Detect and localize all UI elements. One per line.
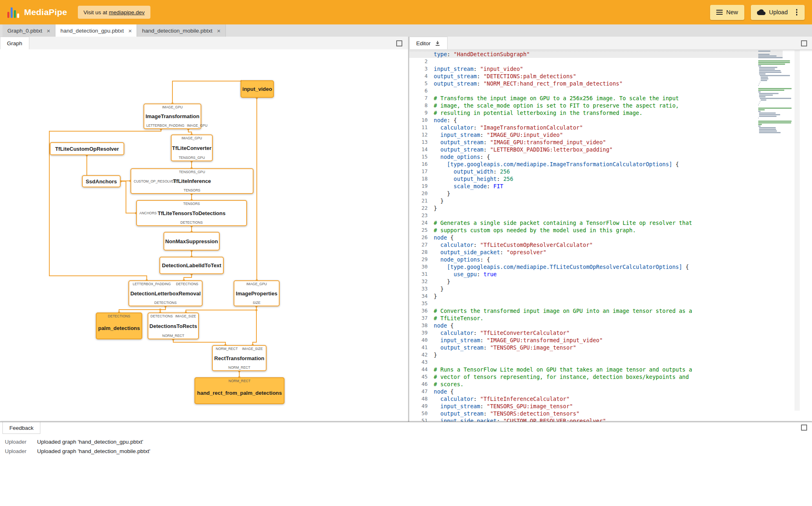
file-tab-hand-detection-mobile[interactable]: hand_detection_mobile.pbtxt × <box>137 24 225 37</box>
graph-panel-maximize-icon[interactable] <box>396 40 402 46</box>
brand-title: MediaPipe <box>24 7 67 17</box>
minimap-line <box>759 129 776 130</box>
close-icon[interactable]: × <box>47 28 51 34</box>
minimap-line <box>758 111 761 112</box>
minimap-line <box>758 124 762 125</box>
mediapipe-dev-link[interactable]: mediapipe.dev <box>109 9 145 15</box>
code-line: # image, the scale_mode option is set to… <box>434 102 758 109</box>
code-line: [type.googleapis.com/mediapipe.ImageTran… <box>434 161 758 168</box>
code-line <box>434 58 758 65</box>
file-tab-label: hand_detection_mobile.pbtxt <box>142 28 212 34</box>
tab-graph[interactable]: Graph <box>0 37 29 49</box>
port-label: IMAGE_GPU <box>187 123 207 128</box>
port-label: IMAGE_GPU <box>162 105 183 109</box>
graph-node-image-properties[interactable]: IMAGE_GPU ImageProperties SIZE <box>234 280 280 306</box>
graph-edge <box>184 274 192 280</box>
upload-button[interactable]: Upload <box>751 5 805 20</box>
minimap-line <box>758 85 759 86</box>
minimap-line <box>759 73 766 75</box>
port-label: TENSORS <box>183 188 200 192</box>
port-label: DETECTIONS <box>108 314 130 318</box>
graph-node-detections-to-rects[interactable]: DETECTIONS IMAGE_SIZE DetectionsToRects … <box>148 312 199 339</box>
graph-node-rect-transformation[interactable]: NORM_RECT IMAGE_SIZE RectTransformation … <box>212 345 267 371</box>
node-title: RectTransformation <box>215 351 264 365</box>
minimap[interactable] <box>758 51 792 134</box>
graph-node-detection-letterbox-removal[interactable]: LETTERBOX_PADDING DETECTIONS DetectionLe… <box>128 280 203 306</box>
code-lines: type: "HandDetectionSubgraph"input_strea… <box>434 51 758 422</box>
feedback-panel-maximize-icon[interactable] <box>801 425 807 431</box>
node-title: TfLiteConverter <box>174 140 210 156</box>
more-options-kebab-icon[interactable] <box>795 8 799 16</box>
new-button[interactable]: New <box>710 5 744 20</box>
code-line: type: "HandDetectionSubgraph" <box>434 51 758 58</box>
graph-panel: Graph <box>0 37 408 422</box>
tab-feedback[interactable]: Feedback <box>2 422 40 434</box>
code-line: } <box>434 190 758 197</box>
minimap-line <box>759 127 776 128</box>
port-label: NORM_RECT <box>216 347 238 351</box>
graph-edge <box>173 339 225 345</box>
graph-edge <box>253 310 256 345</box>
line-number: 15 <box>409 153 428 161</box>
graph-node-tflite-inference[interactable]: TENSORS_GPU CUSTOM_OP_RESOLVER TfLiteInf… <box>130 168 254 194</box>
editor-panel-maximize-icon[interactable] <box>801 40 807 46</box>
code-line: } <box>434 205 758 212</box>
code-line: calculator: "TfLiteInferenceCalculator" <box>434 395 758 403</box>
code-line: calculator: "TfLiteConverterCalculator" <box>434 329 758 337</box>
code-line: # Runs a TensorFlow Lite model on GPU th… <box>434 366 758 373</box>
port-label: LETTERBOX_PADDING <box>132 282 170 286</box>
code-line: } <box>434 285 758 293</box>
graph-edge <box>172 81 241 103</box>
download-icon[interactable] <box>435 40 441 46</box>
minimap-line <box>759 103 759 104</box>
minimap-line <box>759 95 773 96</box>
close-icon[interactable]: × <box>128 28 132 34</box>
graph-node-input-video[interactable]: input_video <box>241 80 274 98</box>
code-line <box>434 359 758 366</box>
graph-node-ssd-anchors[interactable]: SsdAnchors <box>82 175 121 187</box>
code-line: # resulting in potential letterboxing in… <box>434 109 758 117</box>
minimap-line <box>758 109 765 110</box>
node-title: DetectionsToRects <box>150 318 196 334</box>
graph-node-palm-detections[interactable]: DETECTIONS palm_detections <box>96 312 142 339</box>
graph-canvas[interactable]: input_video IMAGE_GPU ImageTransformatio… <box>0 49 408 422</box>
node-title: hand_rect_from_palm_detections <box>197 383 282 403</box>
line-number: 23 <box>409 212 428 219</box>
graph-node-image-transformation[interactable]: IMAGE_GPU ImageTransformation LETTERBOX_… <box>143 103 201 129</box>
minimap-line <box>761 78 768 79</box>
code-line: # Converts the transformed input image o… <box>434 307 758 315</box>
code-line: input_stream: "IMAGE_GPU:input_video" <box>434 131 758 139</box>
graph-node-tflite-tensors-to-detections[interactable]: TENSORS ANCHORS TfLiteTensorsToDetection… <box>136 200 247 226</box>
line-number: 4 <box>409 73 428 80</box>
graph-node-tflite-custom-op-resolver[interactable]: TfLiteCustomOpResolver <box>50 142 124 155</box>
app-header: MediaPipe Visit us at mediapipe.dev New … <box>0 0 812 24</box>
graph-node-non-max-suppression[interactable]: NonMaxSuppression <box>163 232 220 251</box>
menu-icon <box>716 10 723 15</box>
code-line: output_side_packet: "opresolver" <box>434 249 758 256</box>
code-line: node { <box>434 322 758 329</box>
visit-chip[interactable]: Visit us at mediapipe.dev <box>78 6 150 19</box>
line-numbers: 1234567891011121314151617181920212223242… <box>409 51 428 422</box>
line-number: 39 <box>409 329 428 337</box>
port-label: DETECTIONS <box>154 301 177 305</box>
port-label: CUSTOM_OP_RESOLVER <box>134 179 176 183</box>
editor-scrollbar[interactable] <box>794 50 800 411</box>
minimap-line <box>758 104 759 106</box>
minimap-line <box>759 114 780 115</box>
code-line: output_stream: "TENSORS:detection_tensor… <box>434 410 758 417</box>
line-number: 30 <box>409 263 428 271</box>
file-tab-hand-detection-gpu[interactable]: hand_detection_gpu.pbtxt × <box>55 24 137 37</box>
tab-editor[interactable]: Editor <box>409 37 448 49</box>
minimap-line <box>760 101 760 102</box>
close-icon[interactable]: × <box>217 28 221 34</box>
code-line: calculator: "TfLiteCustomOpResolverCalcu… <box>434 241 758 249</box>
file-tab-graph-0[interactable]: Graph_0.pbtxt × <box>2 24 55 37</box>
code-editor[interactable]: 1234567891011121314151617181920212223242… <box>409 49 812 422</box>
graph-node-tflite-converter[interactable]: IMAGE_GPU TfLiteConverter TENSORS_GPU <box>171 134 213 161</box>
graph-node-hand-rect-from-palm-detections[interactable]: NORM_RECT hand_rect_from_palm_detections <box>194 377 285 404</box>
minimap-line <box>759 116 777 117</box>
code-line: output_stream: "NORM_RECT:hand_rect_from… <box>434 80 758 87</box>
line-number: 32 <box>409 278 428 285</box>
graph-node-detection-label-id-to-text[interactable]: DetectionLabelIdToText <box>159 257 224 274</box>
edge-port-dot <box>255 309 257 311</box>
